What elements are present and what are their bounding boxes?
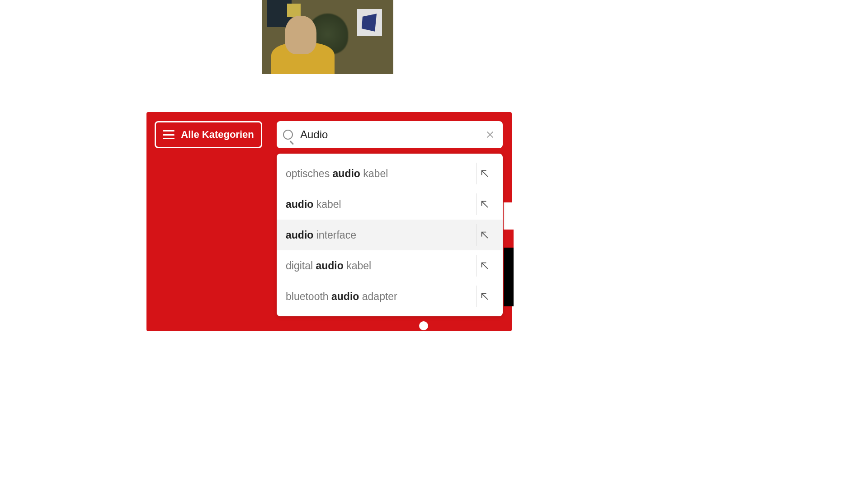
search-input[interactable] <box>300 128 484 141</box>
mascot-peek <box>418 320 440 338</box>
suggestion-item[interactable]: optisches audio kabel <box>277 158 503 189</box>
suggestion-text: bluetooth audio adapter <box>286 291 476 303</box>
suggestion-item[interactable]: digital audio kabel <box>277 250 503 281</box>
insert-suggestion-icon[interactable] <box>476 291 494 301</box>
search-icon <box>283 130 293 140</box>
suggestion-text: optisches audio kabel <box>286 168 476 180</box>
suggestions-dropdown: optisches audio kabelaudio kabelaudio in… <box>277 154 503 316</box>
webcam-overlay <box>262 0 393 74</box>
clear-search-button[interactable] <box>484 128 496 141</box>
suggestion-text: audio interface <box>286 229 476 241</box>
insert-suggestion-icon[interactable] <box>476 199 494 209</box>
insert-suggestion-icon[interactable] <box>476 230 494 240</box>
background-ad-peek <box>504 202 514 306</box>
insert-suggestion-icon[interactable] <box>476 169 494 178</box>
insert-suggestion-icon[interactable] <box>476 261 494 271</box>
search-panel: Alle Kategorien optisches audio kabelaud… <box>146 112 512 331</box>
suggestion-text: digital audio kabel <box>286 260 476 272</box>
suggestion-item[interactable]: audio kabel <box>277 189 503 220</box>
search-bar <box>277 121 503 148</box>
suggestion-item[interactable]: audio interface <box>277 220 503 250</box>
all-categories-label: Alle Kategorien <box>181 129 254 141</box>
menu-icon <box>163 130 175 139</box>
all-categories-button[interactable]: Alle Kategorien <box>155 121 262 148</box>
suggestion-text: audio kabel <box>286 198 476 211</box>
suggestion-item[interactable]: bluetooth audio adapter <box>277 281 503 312</box>
